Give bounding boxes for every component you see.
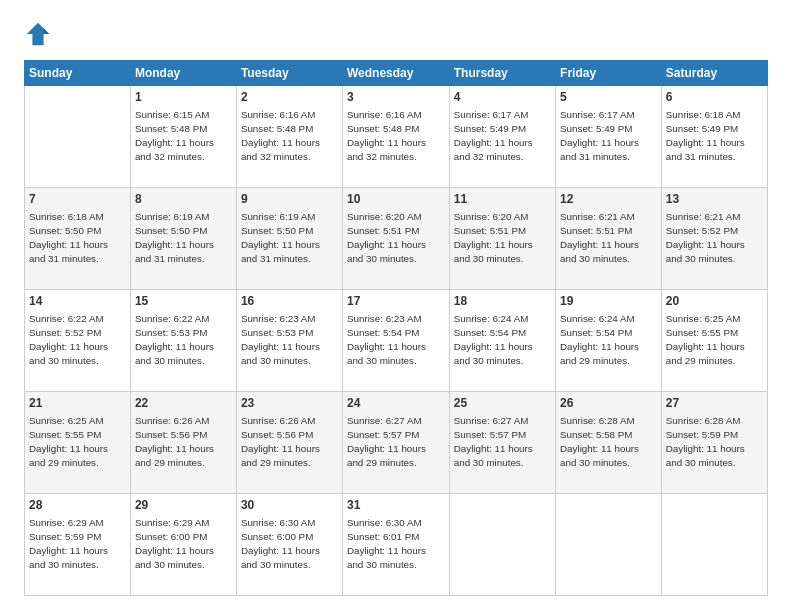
day-info: Sunrise: 6:23 AM Sunset: 5:54 PM Dayligh… [347,312,445,369]
day-info: Sunrise: 6:16 AM Sunset: 5:48 PM Dayligh… [347,108,445,165]
day-cell: 2Sunrise: 6:16 AM Sunset: 5:48 PM Daylig… [236,86,342,188]
day-number: 24 [347,395,445,412]
day-cell: 1Sunrise: 6:15 AM Sunset: 5:48 PM Daylig… [130,86,236,188]
day-number: 29 [135,497,232,514]
day-number: 11 [454,191,551,208]
day-cell: 25Sunrise: 6:27 AM Sunset: 5:57 PM Dayli… [449,392,555,494]
day-cell: 9Sunrise: 6:19 AM Sunset: 5:50 PM Daylig… [236,188,342,290]
day-number: 4 [454,89,551,106]
day-info: Sunrise: 6:25 AM Sunset: 5:55 PM Dayligh… [29,414,126,471]
day-cell: 4Sunrise: 6:17 AM Sunset: 5:49 PM Daylig… [449,86,555,188]
day-cell: 14Sunrise: 6:22 AM Sunset: 5:52 PM Dayli… [25,290,131,392]
day-cell: 6Sunrise: 6:18 AM Sunset: 5:49 PM Daylig… [661,86,767,188]
day-cell: 7Sunrise: 6:18 AM Sunset: 5:50 PM Daylig… [25,188,131,290]
day-cell: 26Sunrise: 6:28 AM Sunset: 5:58 PM Dayli… [556,392,662,494]
day-number: 19 [560,293,657,310]
day-header-tuesday: Tuesday [236,61,342,86]
day-info: Sunrise: 6:18 AM Sunset: 5:49 PM Dayligh… [666,108,763,165]
day-info: Sunrise: 6:18 AM Sunset: 5:50 PM Dayligh… [29,210,126,267]
day-number: 22 [135,395,232,412]
day-info: Sunrise: 6:27 AM Sunset: 5:57 PM Dayligh… [347,414,445,471]
day-header-monday: Monday [130,61,236,86]
day-info: Sunrise: 6:26 AM Sunset: 5:56 PM Dayligh… [135,414,232,471]
day-header-sunday: Sunday [25,61,131,86]
day-header-thursday: Thursday [449,61,555,86]
day-cell [25,86,131,188]
day-cell: 5Sunrise: 6:17 AM Sunset: 5:49 PM Daylig… [556,86,662,188]
day-cell: 30Sunrise: 6:30 AM Sunset: 6:00 PM Dayli… [236,494,342,596]
day-cell: 13Sunrise: 6:21 AM Sunset: 5:52 PM Dayli… [661,188,767,290]
calendar-header: SundayMondayTuesdayWednesdayThursdayFrid… [25,61,768,86]
day-info: Sunrise: 6:17 AM Sunset: 5:49 PM Dayligh… [560,108,657,165]
week-row-3: 21Sunrise: 6:25 AM Sunset: 5:55 PM Dayli… [25,392,768,494]
day-number: 31 [347,497,445,514]
week-row-2: 14Sunrise: 6:22 AM Sunset: 5:52 PM Dayli… [25,290,768,392]
day-info: Sunrise: 6:22 AM Sunset: 5:52 PM Dayligh… [29,312,126,369]
logo-icon [24,20,52,48]
week-row-1: 7Sunrise: 6:18 AM Sunset: 5:50 PM Daylig… [25,188,768,290]
day-cell: 28Sunrise: 6:29 AM Sunset: 5:59 PM Dayli… [25,494,131,596]
day-header-friday: Friday [556,61,662,86]
day-cell [449,494,555,596]
day-info: Sunrise: 6:19 AM Sunset: 5:50 PM Dayligh… [241,210,338,267]
day-number: 8 [135,191,232,208]
day-number: 10 [347,191,445,208]
logo [24,20,56,48]
day-cell: 31Sunrise: 6:30 AM Sunset: 6:01 PM Dayli… [342,494,449,596]
day-cell: 21Sunrise: 6:25 AM Sunset: 5:55 PM Dayli… [25,392,131,494]
day-info: Sunrise: 6:24 AM Sunset: 5:54 PM Dayligh… [560,312,657,369]
day-info: Sunrise: 6:28 AM Sunset: 5:58 PM Dayligh… [560,414,657,471]
header-row: SundayMondayTuesdayWednesdayThursdayFrid… [25,61,768,86]
day-number: 5 [560,89,657,106]
day-info: Sunrise: 6:28 AM Sunset: 5:59 PM Dayligh… [666,414,763,471]
day-number: 1 [135,89,232,106]
day-info: Sunrise: 6:20 AM Sunset: 5:51 PM Dayligh… [454,210,551,267]
day-cell: 23Sunrise: 6:26 AM Sunset: 5:56 PM Dayli… [236,392,342,494]
day-number: 14 [29,293,126,310]
day-cell [661,494,767,596]
day-number: 27 [666,395,763,412]
day-info: Sunrise: 6:23 AM Sunset: 5:53 PM Dayligh… [241,312,338,369]
day-cell: 18Sunrise: 6:24 AM Sunset: 5:54 PM Dayli… [449,290,555,392]
day-number: 30 [241,497,338,514]
day-number: 13 [666,191,763,208]
day-cell: 3Sunrise: 6:16 AM Sunset: 5:48 PM Daylig… [342,86,449,188]
day-header-wednesday: Wednesday [342,61,449,86]
day-header-saturday: Saturday [661,61,767,86]
day-info: Sunrise: 6:27 AM Sunset: 5:57 PM Dayligh… [454,414,551,471]
day-cell: 20Sunrise: 6:25 AM Sunset: 5:55 PM Dayli… [661,290,767,392]
day-info: Sunrise: 6:30 AM Sunset: 6:01 PM Dayligh… [347,516,445,573]
day-number: 2 [241,89,338,106]
day-cell: 16Sunrise: 6:23 AM Sunset: 5:53 PM Dayli… [236,290,342,392]
day-info: Sunrise: 6:30 AM Sunset: 6:00 PM Dayligh… [241,516,338,573]
day-cell [556,494,662,596]
calendar: SundayMondayTuesdayWednesdayThursdayFrid… [24,60,768,596]
day-cell: 29Sunrise: 6:29 AM Sunset: 6:00 PM Dayli… [130,494,236,596]
day-number: 25 [454,395,551,412]
day-cell: 19Sunrise: 6:24 AM Sunset: 5:54 PM Dayli… [556,290,662,392]
day-number: 17 [347,293,445,310]
day-cell: 24Sunrise: 6:27 AM Sunset: 5:57 PM Dayli… [342,392,449,494]
day-number: 3 [347,89,445,106]
day-info: Sunrise: 6:24 AM Sunset: 5:54 PM Dayligh… [454,312,551,369]
day-info: Sunrise: 6:29 AM Sunset: 6:00 PM Dayligh… [135,516,232,573]
calendar-body: 1Sunrise: 6:15 AM Sunset: 5:48 PM Daylig… [25,86,768,596]
day-info: Sunrise: 6:26 AM Sunset: 5:56 PM Dayligh… [241,414,338,471]
day-number: 18 [454,293,551,310]
day-info: Sunrise: 6:16 AM Sunset: 5:48 PM Dayligh… [241,108,338,165]
day-number: 6 [666,89,763,106]
day-number: 7 [29,191,126,208]
day-number: 21 [29,395,126,412]
day-cell: 27Sunrise: 6:28 AM Sunset: 5:59 PM Dayli… [661,392,767,494]
day-cell: 12Sunrise: 6:21 AM Sunset: 5:51 PM Dayli… [556,188,662,290]
day-number: 12 [560,191,657,208]
day-number: 9 [241,191,338,208]
day-cell: 8Sunrise: 6:19 AM Sunset: 5:50 PM Daylig… [130,188,236,290]
day-info: Sunrise: 6:21 AM Sunset: 5:51 PM Dayligh… [560,210,657,267]
day-cell: 15Sunrise: 6:22 AM Sunset: 5:53 PM Dayli… [130,290,236,392]
day-number: 20 [666,293,763,310]
day-number: 15 [135,293,232,310]
day-number: 26 [560,395,657,412]
day-number: 28 [29,497,126,514]
day-info: Sunrise: 6:21 AM Sunset: 5:52 PM Dayligh… [666,210,763,267]
